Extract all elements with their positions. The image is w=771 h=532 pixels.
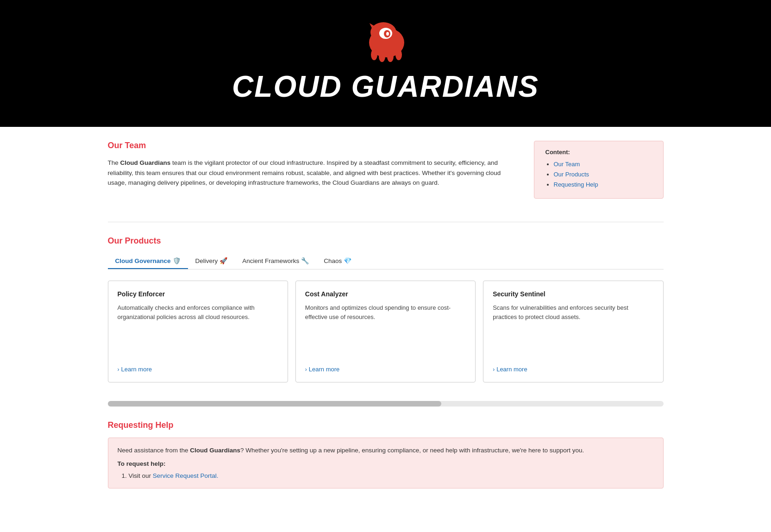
help-box-description: Need assistance from the Cloud Guardians… [118, 445, 654, 456]
content-link-item: Our Team [554, 160, 652, 168]
requesting-help-title: Requesting Help [108, 420, 664, 430]
brand-name-inline: Cloud Guardians [120, 159, 171, 166]
chevron-right-icon: › [493, 366, 495, 373]
svg-point-4 [386, 32, 389, 36]
service-request-portal-link[interactable]: Service Request Portal. [153, 472, 219, 479]
our-products-title: Our Products [108, 236, 664, 246]
chevron-right-icon: › [118, 366, 119, 373]
help-brand-name: Cloud Guardians [190, 447, 240, 454]
help-box: Need assistance from the Cloud Guardians… [108, 438, 664, 488]
svg-point-6 [379, 51, 385, 62]
product-card-security-sentinel: Security Sentinel Scans for vulnerabilit… [483, 281, 663, 382]
scroll-thumb[interactable] [108, 401, 441, 407]
hero-title: CLOUD GUARDIANS [232, 69, 539, 104]
svg-point-8 [395, 49, 402, 60]
content-link-item: Our Products [554, 170, 652, 178]
content-link-requesting-help[interactable]: Requesting Help [554, 181, 598, 188]
product-card-policy-enforcer: Policy Enforcer Automatically checks and… [108, 281, 288, 382]
tab-ancient-frameworks-label: Ancient Frameworks [242, 257, 299, 264]
svg-point-7 [387, 51, 394, 62]
tab-cloud-governance[interactable]: Cloud Governance 🛡️ [108, 253, 188, 269]
tab-ancient-frameworks[interactable]: Ancient Frameworks 🔧 [235, 253, 316, 269]
tab-delivery-label: Delivery [195, 257, 218, 264]
section-divider [108, 222, 664, 222]
main-content: Our Team The Cloud Guardians team is the… [89, 127, 682, 521]
help-step-1: Visit our Service Request Portal. [129, 471, 654, 481]
help-steps-list: Visit our Service Request Portal. [118, 471, 654, 481]
our-team-main: Our Team The Cloud Guardians team is the… [108, 141, 515, 199]
content-sidebar-box: Content: Our Team Our Products Requestin… [534, 141, 664, 199]
learn-more-label: Learn more [309, 366, 339, 373]
help-box-subtext: To request help: [118, 460, 654, 467]
learn-more-label: Learn more [496, 366, 527, 373]
our-team-section: Our Team The Cloud Guardians team is the… [108, 141, 664, 199]
learn-more-cost-analyzer[interactable]: › Learn more [305, 366, 466, 373]
content-link-our-team[interactable]: Our Team [554, 161, 580, 168]
card-title-cost-analyzer: Cost Analyzer [305, 290, 466, 298]
content-link-our-products[interactable]: Our Products [554, 171, 589, 178]
card-desc-cost-analyzer: Monitors and optimizes cloud spending to… [305, 303, 466, 357]
requesting-help-section: Requesting Help Need assistance from the… [108, 420, 664, 488]
svg-point-5 [371, 49, 377, 60]
learn-more-security-sentinel[interactable]: › Learn more [493, 366, 653, 373]
cloud-governance-icon: 🛡️ [173, 257, 181, 264]
card-desc-policy-enforcer: Automatically checks and enforces compli… [118, 303, 278, 357]
hero-section: CLOUD GUARDIANS [0, 0, 771, 127]
chaos-icon: 💎 [344, 257, 351, 264]
content-link-item: Requesting Help [554, 181, 652, 188]
product-card-cost-analyzer: Cost Analyzer Monitors and optimizes clo… [295, 281, 476, 382]
card-desc-security-sentinel: Scans for vulnerabilities and enforces s… [493, 303, 653, 357]
tab-chaos[interactable]: Chaos 💎 [316, 253, 359, 269]
tab-cloud-governance-label: Cloud Governance [115, 257, 171, 264]
our-team-title: Our Team [108, 141, 515, 150]
card-title-policy-enforcer: Policy Enforcer [118, 290, 278, 298]
card-title-security-sentinel: Security Sentinel [493, 290, 653, 298]
product-cards-grid: Policy Enforcer Automatically checks and… [108, 281, 664, 382]
content-box-title: Content: [545, 149, 652, 156]
horizontal-scrollbar[interactable] [108, 401, 664, 407]
product-tabs: Cloud Governance 🛡️ Delivery 🚀 Ancient F… [108, 253, 664, 269]
our-products-section: Our Products Cloud Governance 🛡️ Deliver… [108, 236, 664, 382]
tab-delivery[interactable]: Delivery 🚀 [188, 253, 235, 269]
our-team-description: The Cloud Guardians team is the vigilant… [108, 158, 515, 188]
hero-logo [358, 19, 414, 65]
ancient-frameworks-icon: 🔧 [301, 257, 309, 264]
learn-more-label: Learn more [121, 366, 152, 373]
chevron-right-icon: › [305, 366, 307, 373]
learn-more-policy-enforcer[interactable]: › Learn more [118, 366, 278, 373]
delivery-icon: 🚀 [219, 257, 227, 264]
tab-chaos-label: Chaos [324, 257, 342, 264]
content-box-links: Our Team Our Products Requesting Help [545, 160, 652, 188]
